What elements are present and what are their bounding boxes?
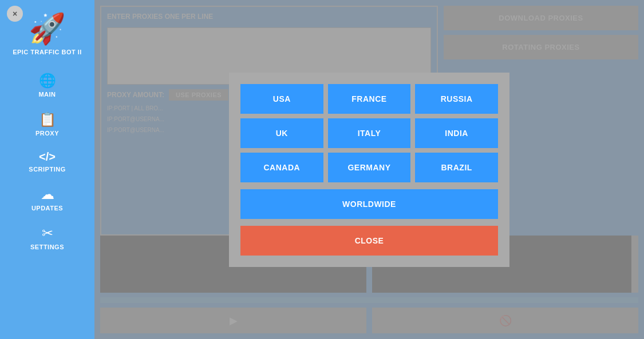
- main-label: MAIN: [38, 91, 56, 98]
- app-logo: 🚀 EPIC TRAFFIC BOT II: [13, 11, 82, 55]
- close-icon: ×: [13, 9, 17, 18]
- proxy-icon: 📋: [39, 111, 56, 127]
- sidebar-item-settings[interactable]: ✂ SETTINGS: [0, 220, 94, 256]
- worldwide-button[interactable]: WORLDWIDE: [240, 189, 498, 219]
- scripting-label: SCRIPTING: [29, 166, 65, 173]
- country-france-button[interactable]: FRANCE: [328, 84, 411, 114]
- app-close-button[interactable]: ×: [7, 6, 23, 22]
- sidebar-item-main[interactable]: 🌐 MAIN: [0, 67, 94, 103]
- modal-box: USA FRANCE RUSSIA UK ITALY INDIA CANADA …: [229, 73, 509, 267]
- country-grid: USA FRANCE RUSSIA UK ITALY INDIA CANADA …: [240, 84, 498, 182]
- country-brazil-button[interactable]: BRAZIL: [415, 153, 498, 182]
- updates-icon: ☁: [41, 186, 54, 202]
- updates-label: UPDATES: [31, 205, 63, 212]
- country-italy-button[interactable]: ITALY: [328, 118, 411, 148]
- app-title: EPIC TRAFFIC BOT II: [13, 49, 82, 55]
- modal-overlay: USA FRANCE RUSSIA UK ITALY INDIA CANADA …: [94, 0, 644, 339]
- rocket-icon: 🚀: [29, 11, 66, 46]
- settings-label: SETTINGS: [30, 244, 64, 250]
- sidebar-item-scripting[interactable]: </> SCRIPTING: [0, 145, 94, 178]
- sidebar-item-proxy[interactable]: 📋 PROXY: [0, 106, 94, 142]
- scripting-icon: </>: [39, 150, 56, 163]
- settings-icon: ✂: [42, 225, 53, 241]
- modal-close-button[interactable]: CLOSE: [240, 226, 498, 256]
- nav-items: 🌐 MAIN 📋 PROXY </> SCRIPTING ☁ UPDATES ✂…: [0, 67, 94, 256]
- country-usa-button[interactable]: USA: [240, 84, 323, 114]
- country-canada-button[interactable]: CANADA: [240, 153, 323, 182]
- proxy-label-nav: PROXY: [35, 130, 59, 137]
- sidebar: × 🚀 EPIC TRAFFIC BOT II 🌐 MAIN 📋 PROXY <…: [0, 0, 94, 339]
- main-content: ENTER PROXIES ONE PER LINE PROXY AMOUNT:…: [94, 0, 644, 339]
- sidebar-item-updates[interactable]: ☁ UPDATES: [0, 181, 94, 217]
- country-germany-button[interactable]: GERMANY: [328, 153, 411, 182]
- country-india-button[interactable]: INDIA: [415, 118, 498, 148]
- country-russia-button[interactable]: RUSSIA: [415, 84, 498, 114]
- main-icon: 🌐: [39, 73, 56, 89]
- country-uk-button[interactable]: UK: [240, 118, 323, 148]
